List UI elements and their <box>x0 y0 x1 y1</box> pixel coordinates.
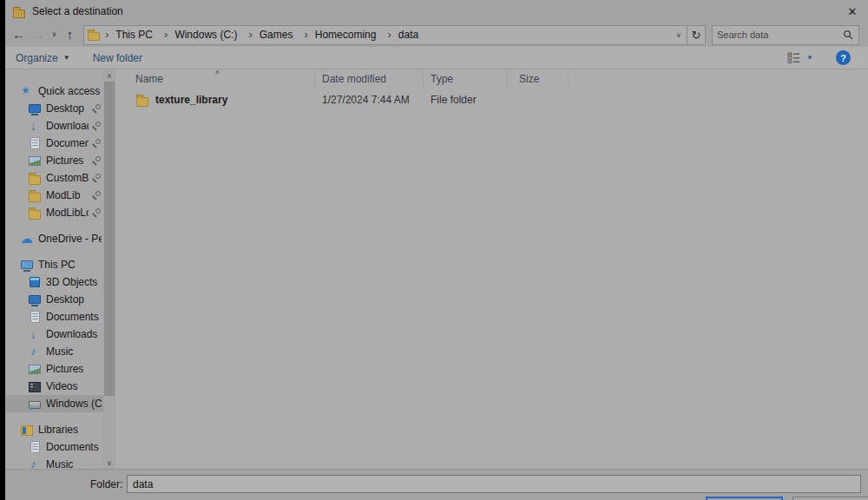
refresh-icon[interactable]: ↻ <box>687 26 705 44</box>
music-icon <box>28 345 43 359</box>
help-icon[interactable]: ? <box>836 50 851 65</box>
pin-icon <box>92 173 102 183</box>
cube-icon <box>28 275 43 289</box>
back-icon[interactable]: ← <box>9 23 29 47</box>
file-dialog: Select a destination ✕ ← → ∨ ↑ This PC W… <box>5 0 868 500</box>
dialog-folder-icon <box>13 6 25 17</box>
folder-icon <box>135 93 150 107</box>
sidebar-item[interactable]: Documents <box>5 135 103 152</box>
column-header-size[interactable]: Size <box>508 69 569 88</box>
pin-icon <box>92 190 102 201</box>
folder-label: Folder: <box>90 478 122 490</box>
pin-icon <box>92 138 102 148</box>
sidebar-item[interactable]: 3D Objects <box>5 273 103 291</box>
pc-icon <box>20 258 35 272</box>
pin-icon <box>92 103 102 114</box>
search-icon <box>843 30 853 40</box>
desktop-icon <box>28 293 43 306</box>
desktop-icon <box>28 102 43 115</box>
sidebar-item-this-pc[interactable]: This PC <box>5 256 103 273</box>
folder-icon <box>28 188 43 202</box>
sidebar-item[interactable]: Downloads <box>5 326 103 343</box>
pin-icon <box>92 207 102 218</box>
cloud-icon <box>20 232 35 246</box>
sidebar-item[interactable]: Desktop <box>5 100 103 117</box>
breadcrumb-item[interactable]: This PC <box>100 26 159 44</box>
breadcrumb-item[interactable]: Windows (C:) <box>159 26 243 44</box>
pin-icon <box>92 155 102 166</box>
file-date-modified: 1/27/2024 7:44 AM <box>315 94 424 106</box>
up-icon[interactable]: ↑ <box>60 23 80 47</box>
video-icon <box>28 379 43 393</box>
breadcrumb-item[interactable]: data <box>382 26 424 44</box>
organize-dropdown-icon: ▼ <box>63 54 70 62</box>
sidebar-item[interactable]: CustomBattle <box>5 169 103 187</box>
file-list: ∧ Name Date modified Type Size <box>115 69 868 469</box>
sort-ascending-icon: ∧ <box>215 69 220 75</box>
search-input[interactable] <box>713 30 843 40</box>
address-dropdown-chevron-icon[interactable]: ∨ <box>671 26 687 44</box>
sidebar-item-quick-access[interactable]: Quick access <box>5 82 103 100</box>
sidebar-item[interactable]: Documents <box>5 438 103 456</box>
star-icon <box>20 84 35 98</box>
column-header-date-modified[interactable]: Date modified <box>315 69 424 88</box>
navigation-bar: ← → ∨ ↑ This PC Windows (C:) Games Homec… <box>5 23 868 47</box>
view-dropdown-icon[interactable]: ▼ <box>806 54 813 62</box>
new-folder-button[interactable]: New folder <box>93 52 142 64</box>
sidebar-item[interactable]: Desktop <box>5 291 103 308</box>
title-bar: Select a destination ✕ <box>5 0 868 23</box>
breadcrumb-folder-icon <box>88 30 100 40</box>
library-icon <box>20 423 35 437</box>
select-folder-button-partial[interactable] <box>706 497 783 500</box>
forward-icon[interactable]: → <box>29 23 49 47</box>
sidebar-item[interactable]: Downloads <box>5 117 103 135</box>
scroll-up-icon[interactable]: ∧ <box>103 69 115 82</box>
dialog-content: Quick access Desktop Downloads <box>5 69 868 469</box>
file-name: texture_library <box>155 94 227 106</box>
picture-icon <box>28 154 43 168</box>
command-toolbar: Organize ▼ New folder ▼ ? <box>5 47 868 69</box>
sidebar-item[interactable]: Documents <box>5 308 103 326</box>
sidebar-item-libraries[interactable]: Libraries <box>5 421 103 438</box>
scrollbar-thumb[interactable] <box>104 82 115 396</box>
music-icon <box>28 457 43 469</box>
organize-button[interactable]: Organize ▼ <box>16 52 70 64</box>
file-row[interactable]: texture_library 1/27/2024 7:44 AM File f… <box>121 91 868 109</box>
breadcrumb-item[interactable]: Games <box>243 26 299 44</box>
breadcrumb-item[interactable]: Homecoming <box>299 26 382 44</box>
search-box <box>712 25 859 45</box>
folder-name-input[interactable] <box>127 475 861 493</box>
view-options-icon[interactable] <box>787 52 801 63</box>
document-icon <box>28 136 43 150</box>
pin-icon <box>92 121 102 131</box>
column-header-name[interactable]: ∧ Name <box>121 69 315 88</box>
sidebar-item[interactable]: Windows (C:) <box>5 395 103 412</box>
download-icon <box>28 119 43 133</box>
breadcrumb: This PC Windows (C:) Games Homecoming da… <box>100 26 671 44</box>
recent-locations-chevron-icon[interactable]: ∨ <box>49 23 60 47</box>
sidebar-item[interactable]: ModLib <box>5 187 103 204</box>
cancel-button-partial[interactable] <box>792 497 868 500</box>
sidebar-item[interactable]: Pictures <box>5 360 103 378</box>
drive-icon <box>28 397 43 411</box>
sidebar-item[interactable]: Music <box>5 343 103 360</box>
close-icon[interactable]: ✕ <box>837 0 868 23</box>
picture-icon <box>28 362 43 376</box>
folder-icon <box>28 171 43 185</box>
sidebar-item[interactable]: Pictures <box>5 152 103 169</box>
column-headers: ∧ Name Date modified Type Size <box>121 69 868 88</box>
sidebar-scrollbar[interactable]: ∧ ∨ <box>103 69 115 469</box>
sidebar-item[interactable]: ModLibLoader <box>5 204 103 221</box>
sidebar-item-onedrive[interactable]: OneDrive - Personal <box>5 230 103 247</box>
sidebar-item[interactable]: Music <box>5 456 103 469</box>
column-header-type[interactable]: Type <box>424 69 508 88</box>
address-bar[interactable]: This PC Windows (C:) Games Homecoming da… <box>83 25 706 45</box>
file-type: File folder <box>424 94 508 106</box>
window-title: Select a destination <box>32 5 123 17</box>
dialog-footer: Folder: <box>5 469 868 500</box>
document-icon <box>28 310 43 324</box>
navigation-pane: Quick access Desktop Downloads <box>5 69 103 469</box>
scroll-down-icon[interactable]: ∨ <box>103 457 115 469</box>
folder-icon <box>28 206 43 220</box>
sidebar-item[interactable]: Videos <box>5 378 103 395</box>
